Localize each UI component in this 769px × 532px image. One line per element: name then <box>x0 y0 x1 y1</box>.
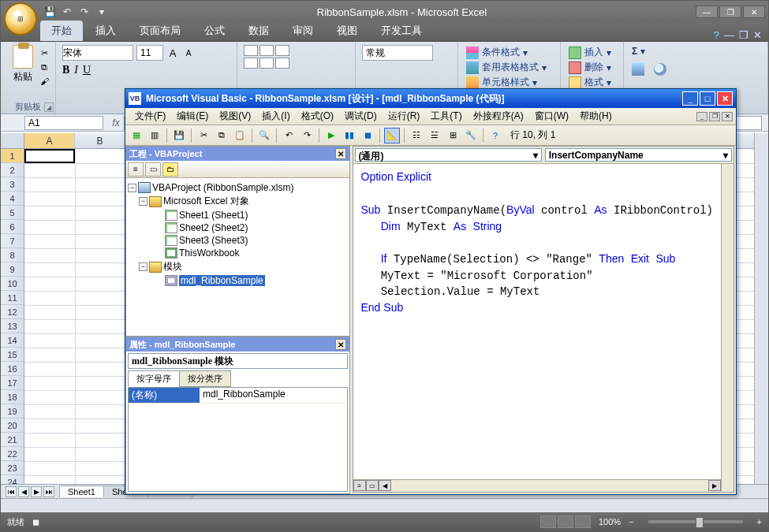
find-select-button[interactable] <box>652 62 668 76</box>
select-all-corner[interactable] <box>1 133 24 149</box>
properties-object-combo[interactable]: mdl_RibbonSample 模块 <box>128 353 348 369</box>
row-header[interactable]: 13 <box>1 319 24 333</box>
paste-button[interactable]: 粘贴 <box>7 45 39 84</box>
tree-node[interactable]: mdl_RibbonSample <box>128 274 348 287</box>
tree-node[interactable]: ThisWorkbook <box>128 247 348 259</box>
sheet-tab[interactable]: Sheet1 <box>59 485 104 497</box>
row-header[interactable]: 17 <box>1 376 24 390</box>
tree-node[interactable]: Sheet1 (Sheet1) <box>128 209 348 221</box>
undo-icon[interactable]: ↶ <box>281 128 297 143</box>
col-header[interactable]: A <box>24 133 75 148</box>
vbe-menu-item[interactable]: 帮助(H) <box>575 108 617 125</box>
row-header[interactable]: 10 <box>1 277 24 291</box>
code-editor[interactable]: Option Explicit Sub InsertCompanyName(By… <box>353 164 722 479</box>
tree-node[interactable]: −模块 <box>128 259 348 274</box>
zoom-level[interactable]: 100% <box>599 517 621 526</box>
sort-filter-button[interactable] <box>630 62 646 76</box>
row-header[interactable]: 11 <box>1 291 24 305</box>
row-header[interactable]: 16 <box>1 362 24 376</box>
undo-icon[interactable]: ↶ <box>61 6 73 18</box>
project-explorer-icon[interactable]: ☷ <box>409 128 424 143</box>
zoom-in-button[interactable]: + <box>757 517 762 526</box>
zoom-out-button[interactable]: − <box>629 517 633 526</box>
row-header[interactable]: 7 <box>1 234 24 248</box>
ribbon-tab-4[interactable]: 数据 <box>237 20 280 41</box>
vbe-close-button[interactable]: ✕ <box>717 91 733 106</box>
view-excel-icon[interactable]: ▦ <box>129 128 144 143</box>
row-header[interactable]: 4 <box>1 192 24 206</box>
align-buttons[interactable] <box>244 45 349 69</box>
ribbon-tab-3[interactable]: 公式 <box>193 20 236 41</box>
vbe-menu-item[interactable]: 视图(V) <box>215 108 256 125</box>
paste-icon[interactable]: 📋 <box>232 128 248 143</box>
vbe-menu-item[interactable]: 调试(D) <box>340 108 382 125</box>
reset-icon[interactable]: ◼ <box>360 128 375 143</box>
vbe-minimize-button[interactable]: _ <box>682 91 698 106</box>
row-header[interactable]: 3 <box>1 177 24 192</box>
properties-tab[interactable]: 按分类序 <box>179 370 231 387</box>
project-explorer-close-icon[interactable]: ✕ <box>335 148 346 159</box>
row-headers[interactable]: 123456789101112131415161718192021222324 <box>1 149 24 484</box>
vbe-menu-item[interactable]: 插入(I) <box>257 108 294 125</box>
find-icon[interactable]: 🔍 <box>256 128 272 143</box>
tree-node[interactable]: Sheet3 (Sheet3) <box>128 234 348 247</box>
cut-icon[interactable]: ✂ <box>38 47 50 59</box>
properties-icon[interactable]: ☱ <box>427 128 442 143</box>
delete-cells-button[interactable]: 删除▾ <box>567 60 617 75</box>
mdi-restore-button[interactable]: ❐ <box>709 112 720 121</box>
vertical-scrollbar[interactable] <box>754 133 768 484</box>
number-format-input[interactable] <box>362 45 433 61</box>
object-combo[interactable]: (通用) ▾ <box>355 148 542 162</box>
properties-tab[interactable]: 按字母序 <box>128 370 180 387</box>
row-header[interactable]: 22 <box>1 447 24 461</box>
underline-button[interactable]: U <box>83 64 91 76</box>
sheet-nav-button[interactable]: ◀ <box>18 486 29 497</box>
ribbon-tab-1[interactable]: 插入 <box>84 20 127 41</box>
shrink-font-icon[interactable]: A <box>182 47 195 59</box>
save-icon[interactable]: 💾 <box>171 128 187 143</box>
qat-dropdown-icon[interactable]: ▾ <box>95 6 108 18</box>
sheet-nav-button[interactable]: ⏭ <box>43 486 54 497</box>
procedure-combo[interactable]: InsertCompanyName ▾ <box>545 148 732 162</box>
vbe-menu-item[interactable]: 窗口(W) <box>530 108 573 125</box>
font-size-input[interactable] <box>136 45 163 61</box>
copy-icon[interactable]: ⧉ <box>38 61 50 73</box>
redo-icon[interactable]: ↷ <box>299 128 315 143</box>
view-code-icon[interactable]: ≡ <box>128 162 144 177</box>
horizontal-scrollbar[interactable] <box>1 498 768 512</box>
mdi-close-button[interactable]: ✕ <box>722 112 733 121</box>
name-box-input[interactable] <box>24 116 103 130</box>
doc-restore-button[interactable]: ❐ <box>739 29 748 41</box>
row-header[interactable]: 5 <box>1 206 24 220</box>
row-header[interactable]: 12 <box>1 305 24 319</box>
format-as-table-button[interactable]: 套用表格格式▾ <box>465 60 554 75</box>
ribbon-tab-6[interactable]: 视图 <box>326 20 368 41</box>
tree-node[interactable]: Sheet2 (Sheet2) <box>128 221 348 234</box>
col-header[interactable]: B <box>75 133 125 148</box>
design-mode-icon[interactable]: 📐 <box>384 128 400 143</box>
save-icon[interactable]: 💾 <box>43 6 56 18</box>
office-button[interactable]: ⊞ <box>4 2 37 35</box>
ribbon-tab-5[interactable]: 审阅 <box>282 20 324 41</box>
row-header[interactable]: 20 <box>1 419 24 433</box>
toggle-folders-icon[interactable]: 🗀 <box>162 162 178 177</box>
vbe-titlebar[interactable]: VB Microsoft Visual Basic - RibbonSample… <box>125 89 736 108</box>
insert-cells-button[interactable]: 插入▾ <box>567 45 617 60</box>
break-icon[interactable]: ▮▮ <box>342 128 357 143</box>
page-break-view-button[interactable] <box>575 515 591 528</box>
code-vertical-scrollbar[interactable] <box>721 164 734 492</box>
row-header[interactable]: 18 <box>1 390 24 404</box>
row-header[interactable]: 2 <box>1 163 24 177</box>
row-header[interactable]: 15 <box>1 348 24 362</box>
row-header[interactable]: 9 <box>1 262 24 277</box>
doc-close-button[interactable]: ✕ <box>753 29 762 41</box>
ribbon-tab-7[interactable]: 开发工具 <box>370 20 433 41</box>
procedure-view-icon[interactable]: ≡ <box>353 480 366 491</box>
bold-button[interactable]: B <box>62 64 69 76</box>
conditional-format-button[interactable]: 条件格式▾ <box>465 45 554 60</box>
help-icon[interactable]: ? <box>714 29 719 41</box>
row-header[interactable]: 21 <box>1 433 24 447</box>
excel-minimize-button[interactable]: — <box>696 6 718 18</box>
row-header[interactable]: 19 <box>1 404 24 419</box>
vbe-menu-item[interactable]: 运行(R) <box>383 108 425 125</box>
